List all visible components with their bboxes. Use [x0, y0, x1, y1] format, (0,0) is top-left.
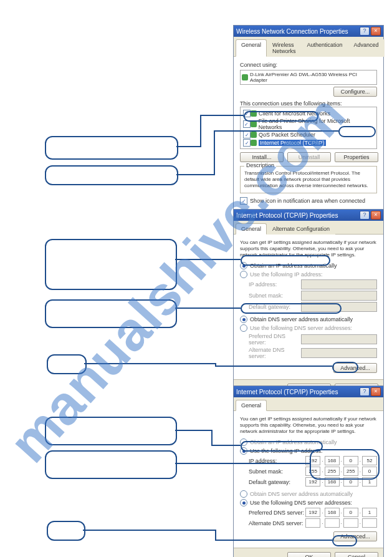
adapter-name: D-Link AirPremier AG DWL-AG530 Wireless …	[250, 72, 375, 83]
callout-7	[45, 450, 177, 479]
titlebar[interactable]: Internet Protocol (TCP/IP) Properties ? …	[234, 386, 383, 397]
callout-5	[47, 354, 87, 374]
tab-general[interactable]: General	[236, 223, 267, 235]
intro-text: You can get IP settings assigned automat…	[240, 416, 377, 435]
radio-obtain-dns-auto[interactable]: Obtain DNS server address automatically	[240, 316, 377, 323]
ok-button[interactable]: OK	[287, 552, 331, 557]
radio-label: Obtain DNS server address automatically	[250, 491, 353, 497]
titlebar[interactable]: Internet Protocol (TCP/IP) Properties ? …	[234, 210, 383, 221]
tab-alt-config[interactable]: Alternate Configuration	[267, 223, 335, 235]
tab-general[interactable]: General	[236, 39, 267, 57]
connector	[214, 130, 338, 132]
gateway-label: Default gateway:	[249, 479, 290, 485]
connector	[211, 445, 241, 446]
radio-use-dns[interactable]: Use the following DNS server addresses:	[240, 324, 377, 332]
ip-octet[interactable]	[325, 518, 340, 528]
tab-wireless-networks[interactable]: Wireless Networks	[267, 39, 302, 57]
properties-button[interactable]: Properties	[335, 152, 378, 162]
connector	[175, 259, 241, 260]
connector	[175, 463, 310, 464]
ip-octet[interactable]	[305, 518, 320, 528]
highlight-tcpip-item	[244, 111, 318, 122]
highlight-ok-3	[332, 535, 357, 546]
item-label: QoS Packet Scheduler	[259, 132, 315, 138]
item-label-selected: Internet Protocol (TCP/IP)	[259, 140, 326, 146]
show-icon-label: Show icon in notification area when conn…	[250, 198, 365, 204]
pdns-input	[301, 334, 377, 344]
subnet-label: Subnet mask:	[249, 468, 283, 475]
ip-octet[interactable]: 0	[343, 508, 358, 517]
description-text: Transmission Control Protocol/Internet P…	[244, 170, 373, 189]
uninstall-button[interactable]: Uninstall	[287, 152, 331, 162]
title-text: Internet Protocol (TCP/IP) Properties	[236, 212, 338, 219]
ip-label: IP address:	[249, 281, 277, 288]
description-group: Description Transmission Control Protoco…	[240, 166, 377, 193]
connector	[83, 530, 216, 531]
adns-label: Alternate DNS server:	[249, 347, 301, 359]
highlight-obtain-ip-auto	[241, 255, 330, 266]
pdns-label: Preferred DNS server:	[249, 510, 304, 516]
highlight-properties-btn	[338, 126, 376, 137]
connector	[200, 115, 201, 147]
highlight-obtain-dns-auto	[241, 303, 342, 314]
pdns-label: Preferred DNS server:	[249, 333, 301, 346]
tab-advanced[interactable]: Advanced	[348, 39, 385, 57]
subnet-label: Subnet mask:	[249, 293, 283, 299]
title-text: Wireless Network Connection Properties	[236, 28, 348, 35]
ip-octet[interactable]	[362, 518, 377, 528]
callout-6	[45, 417, 177, 445]
highlight-use-ip	[241, 441, 323, 452]
callout-8	[47, 521, 85, 541]
ip-octet[interactable]: 168	[325, 508, 340, 517]
radio-label: Obtain DNS server address automatically	[250, 316, 353, 322]
adns-label: Alternate DNS server:	[249, 520, 304, 526]
connector	[215, 530, 216, 540]
highlight-ok-2	[332, 362, 358, 373]
help-icon[interactable]: ?	[360, 387, 370, 396]
adns-input	[301, 348, 377, 358]
tab-general[interactable]: General	[236, 400, 267, 411]
ip-input	[301, 279, 377, 289]
help-icon[interactable]: ?	[360, 211, 370, 220]
list-item-tcpip[interactable]: ✓Internet Protocol (TCP/IP)	[243, 139, 374, 147]
callout-1	[45, 136, 178, 160]
ip-octet[interactable]	[343, 518, 358, 528]
connector	[200, 115, 244, 116]
title-text: Internet Protocol (TCP/IP) Properties	[236, 389, 338, 395]
ip-octet[interactable]: 192	[305, 508, 320, 517]
connector	[211, 430, 213, 445]
show-icon-checkbox[interactable]: ✓ Show icon in notification area when co…	[240, 197, 377, 205]
callout-4	[45, 299, 177, 328]
tab-authentication[interactable]: Authentication	[302, 39, 348, 57]
close-icon[interactable]: ×	[371, 211, 381, 220]
connect-using-label: Connect using:	[240, 62, 377, 68]
connector	[176, 146, 201, 147]
connector	[84, 363, 216, 364]
adns-input[interactable]: . . .	[305, 518, 377, 528]
radio-obtain-dns-auto[interactable]: Obtain DNS server address automatically	[240, 490, 377, 498]
connector	[215, 366, 332, 367]
pdns-input[interactable]: 192. 168. 0. 1	[305, 508, 377, 517]
titlebar[interactable]: Wireless Network Connection Properties ?…	[234, 26, 383, 37]
adapter-icon	[242, 74, 248, 80]
radio-use-dns[interactable]: Use the following DNS server addresses:	[240, 499, 377, 506]
connector	[176, 174, 215, 175]
configure-button[interactable]: Configure...	[333, 87, 377, 97]
ip-octet[interactable]: 1	[362, 508, 377, 517]
help-icon[interactable]: ?	[360, 27, 370, 36]
close-icon[interactable]: ×	[371, 387, 381, 396]
install-button[interactable]: Install...	[240, 152, 284, 162]
description-title: Description	[244, 162, 276, 168]
radio-label: Use the following DNS server addresses:	[250, 325, 352, 331]
cancel-button[interactable]: Cancel	[335, 552, 378, 557]
connector	[175, 308, 241, 309]
radio-label: Use the following DNS server addresses:	[250, 500, 352, 506]
radio-use-ip[interactable]: Use the following IP address:	[240, 271, 377, 278]
radio-label: Use the following IP address:	[250, 271, 322, 278]
connector	[175, 430, 213, 431]
close-icon[interactable]: ×	[371, 27, 381, 36]
callout-3	[45, 239, 177, 290]
callout-2	[45, 165, 178, 185]
uses-items-label: This connection uses the following items…	[240, 100, 377, 107]
highlight-ip-fields	[310, 449, 380, 480]
